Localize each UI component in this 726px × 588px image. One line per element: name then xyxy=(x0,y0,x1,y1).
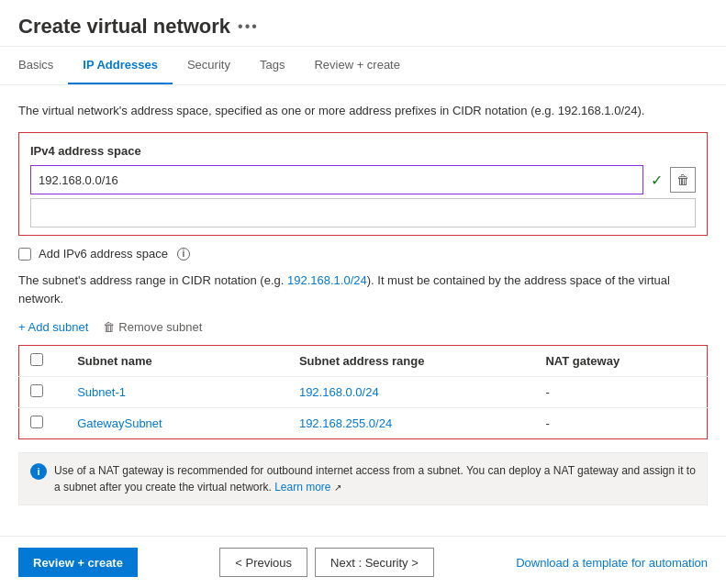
table-header-subnet-range: Subnet address range xyxy=(288,346,535,377)
learn-more-link[interactable]: Learn more xyxy=(274,481,330,494)
ipv4-address-input[interactable] xyxy=(30,165,643,194)
table-header-nat: NAT gateway xyxy=(534,346,707,377)
add-subnet-button[interactable]: + Add subnet xyxy=(18,320,88,334)
subnet-1-name: Subnet-1 xyxy=(66,377,288,408)
subnet-1-checkbox[interactable] xyxy=(30,384,43,397)
subnet-1-range-link[interactable]: 192.168.0.0/24 xyxy=(299,385,379,399)
subnet-description: The subnet's address range in CIDR notat… xyxy=(18,272,708,307)
remove-subnet-button[interactable]: 🗑 Remove subnet xyxy=(103,320,202,334)
nat-info-box: i Use of a NAT gateway is recommended fo… xyxy=(18,452,708,505)
ipv6-info-icon[interactable]: i xyxy=(177,248,190,261)
gateway-subnet-nat: - xyxy=(534,408,707,439)
table-header-check xyxy=(19,346,67,377)
address-input-row: ✓ 🗑 xyxy=(30,165,696,194)
more-options-icon[interactable]: ••• xyxy=(238,18,259,35)
tab-security[interactable]: Security xyxy=(173,47,245,84)
empty-address-input[interactable] xyxy=(30,198,696,227)
review-create-button[interactable]: Review + create xyxy=(18,548,138,577)
ipv4-section: IPv4 address space ✓ 🗑 xyxy=(18,132,708,236)
check-icon: ✓ xyxy=(647,172,666,189)
tab-review-create[interactable]: Review + create xyxy=(299,47,415,84)
tabs-bar: Basics IP Addresses Security Tags Review… xyxy=(0,47,726,85)
delete-address-icon[interactable]: 🗑 xyxy=(670,167,696,193)
trash-icon: 🗑 xyxy=(103,320,115,334)
gateway-subnet-link[interactable]: GatewaySubnet xyxy=(77,416,162,430)
gateway-subnet-name: GatewaySubnet xyxy=(66,408,288,439)
gateway-subnet-range: 192.168.255.0/24 xyxy=(288,408,535,439)
table-row: Subnet-1 192.168.0.0/24 - xyxy=(19,377,708,408)
row-checkbox-cell xyxy=(19,408,67,439)
ipv6-checkbox[interactable] xyxy=(18,248,31,261)
gateway-subnet-checkbox[interactable] xyxy=(30,416,43,428)
select-all-checkbox[interactable] xyxy=(30,353,43,366)
description-text: The virtual network's address space, spe… xyxy=(18,104,708,117)
subnet-table: Subnet name Subnet address range NAT gat… xyxy=(18,345,708,439)
tab-tags[interactable]: Tags xyxy=(245,47,299,84)
row-checkbox-cell xyxy=(19,377,67,408)
next-security-button[interactable]: Next : Security > xyxy=(315,548,434,577)
cidr-example-link[interactable]: 192.168.1.0/24 xyxy=(287,273,367,287)
previous-button[interactable]: < Previous xyxy=(219,548,307,577)
table-header-subnet-name: Subnet name xyxy=(66,346,288,377)
tab-ip-addresses[interactable]: IP Addresses xyxy=(68,47,173,84)
footer-bar: Review + create < Previous Next : Securi… xyxy=(0,536,726,588)
nat-info-text: Use of a NAT gateway is recommended for … xyxy=(54,462,696,495)
ipv4-label: IPv4 address space xyxy=(30,144,696,158)
subnet-1-link[interactable]: Subnet-1 xyxy=(77,385,126,399)
subnet-1-range: 192.168.0.0/24 xyxy=(288,377,535,408)
nat-info-icon: i xyxy=(30,463,47,480)
page-title: Create virtual network xyxy=(18,15,230,39)
subnet-1-nat: - xyxy=(534,377,707,408)
page-header: Create virtual network ••• xyxy=(0,0,726,47)
main-content: The virtual network's address space, spe… xyxy=(0,85,726,536)
table-row: GatewaySubnet 192.168.255.0/24 - xyxy=(19,408,708,439)
tab-basics[interactable]: Basics xyxy=(18,47,68,84)
gateway-subnet-range-link[interactable]: 192.168.255.0/24 xyxy=(299,416,392,430)
download-template-button[interactable]: Download a template for automation xyxy=(516,556,708,570)
ipv6-label: Add IPv6 address space xyxy=(39,247,168,261)
subnet-actions: + Add subnet 🗑 Remove subnet xyxy=(18,320,708,334)
external-link-icon: ↗ xyxy=(334,483,341,493)
ipv6-checkbox-row: Add IPv6 address space i xyxy=(18,247,708,261)
